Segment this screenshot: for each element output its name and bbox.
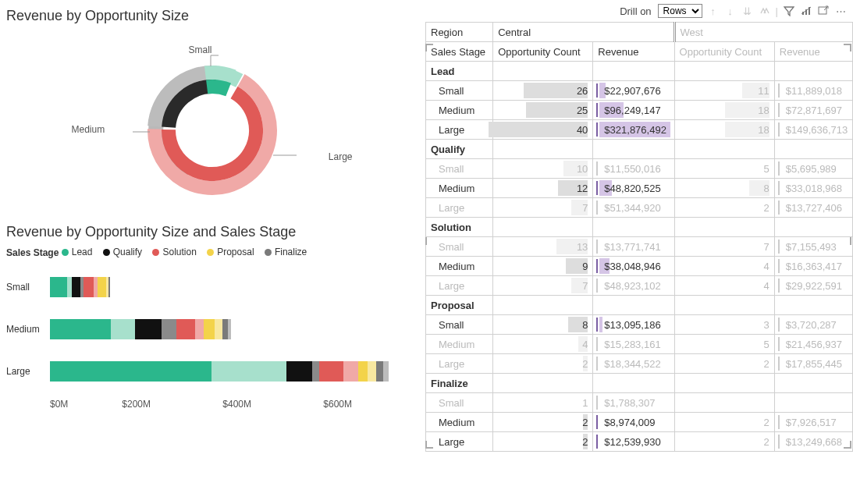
selection-handle-bl[interactable] (425, 441, 433, 449)
row-proposal[interactable]: Proposal (426, 296, 853, 315)
bar-x-axis: $0M $200M $400M $600M (6, 399, 418, 410)
drill-down-icon[interactable]: ↓ (724, 5, 737, 17)
legend-item-finalize[interactable]: Finalize (265, 247, 307, 257)
selection-handle-tl[interactable] (425, 44, 433, 51)
row-solution-large[interactable]: Large 7 $48,923,102 4 $29,922,591 (426, 276, 853, 296)
drill-up-icon[interactable]: ↑ (707, 5, 720, 17)
row-lead-medium[interactable]: Medium 25 $96,249,147 18 $72,871,697 (426, 101, 853, 120)
bar-row-medium[interactable]: Medium (6, 314, 418, 344)
legend-title: Sales Stage (6, 247, 59, 258)
hdr-oc-c[interactable]: Opportunity Count (493, 42, 593, 62)
hdr-oc-w[interactable]: Opportunity Count (674, 42, 774, 62)
row-lead-large[interactable]: Large 40 $321,876,492 18 $149,636,713 (426, 120, 853, 140)
bar-legend: Sales Stage Lead Qualify Solution Propos… (6, 247, 418, 258)
donut-label-small: Small (189, 44, 212, 55)
row-qualify[interactable]: Qualify (426, 140, 853, 159)
expand-icon[interactable] (759, 5, 771, 17)
visual-toolbar: Drill on Rows ↑ ↓ ⇊ | ⋯ (425, 0, 853, 22)
stacked-bar-section: Revenue by Opportunity Size and Sales St… (6, 224, 418, 410)
legend-item-lead[interactable]: Lead (62, 247, 93, 257)
bar-row-large[interactable]: Large (6, 357, 418, 386)
filter-icon[interactable] (783, 5, 795, 17)
hdr-central[interactable]: Central (493, 23, 674, 42)
row-qualify-large[interactable]: Large 7 $51,344,920 2 $13,727,406 (426, 198, 853, 218)
row-finalize-large[interactable]: Large 2 $12,539,930 2 $13,249,668 (426, 432, 853, 452)
donut-title: Revenue by Opportunity Size (6, 8, 418, 24)
svg-rect-13 (819, 7, 826, 14)
donut-chart[interactable]: Small Medium Large (103, 30, 322, 210)
bar-label-large: Large (6, 366, 50, 377)
selection-handle-tr[interactable] (844, 44, 851, 51)
hdr-rev-c[interactable]: Revenue (593, 42, 674, 62)
drill-on-label: Drill on (620, 5, 651, 17)
row-lead[interactable]: Lead (426, 62, 853, 81)
hdr-west[interactable]: West (674, 23, 852, 42)
donut-label-large: Large (329, 151, 353, 162)
row-qualify-small[interactable]: Small 10 $11,550,016 5 $5,695,989 (426, 159, 853, 179)
row-finalize-small[interactable]: Small 1 $1,788,307 (426, 393, 853, 413)
bar-title: Revenue by Opportunity Size and Sales St… (6, 224, 418, 240)
legend-item-solution[interactable]: Solution (152, 247, 196, 257)
row-solution-medium[interactable]: Medium 9 $38,048,946 4 $16,363,417 (426, 257, 853, 276)
row-proposal-large[interactable]: Large 2 $18,344,522 2 $17,855,445 (426, 354, 853, 374)
row-finalize-medium[interactable]: Medium 2 $8,974,009 2 $7,926,517 (426, 413, 853, 432)
row-solution-small[interactable]: Small 13 $13,771,741 7 $7,155,493 (426, 237, 853, 257)
selection-handle-ml[interactable] (425, 237, 427, 245)
spotlight-icon[interactable] (800, 5, 812, 17)
donut-label-medium: Medium (72, 124, 105, 135)
hdr-region[interactable]: Region (426, 23, 493, 42)
focus-mode-icon[interactable] (817, 5, 830, 17)
row-proposal-medium[interactable]: Medium 4 $15,283,161 5 $21,456,937 (426, 335, 853, 354)
bar-row-small[interactable]: Small (6, 272, 418, 302)
bar-label-medium: Medium (6, 324, 50, 335)
hdr-sales-stage[interactable]: Sales Stage (426, 42, 493, 62)
row-solution[interactable]: Solution (426, 218, 853, 237)
row-qualify-medium[interactable]: Medium 12 $48,820,525 8 $33,018,968 (426, 179, 853, 198)
row-finalize[interactable]: Finalize (426, 374, 853, 393)
donut-chart-section: Revenue by Opportunity Size (6, 8, 418, 210)
hdr-rev-w[interactable]: Revenue (774, 42, 852, 62)
bar-label-small: Small (6, 282, 50, 293)
more-options-icon[interactable]: ⋯ (834, 5, 847, 17)
drill-all-icon[interactable]: ⇊ (741, 5, 754, 17)
legend-item-qualify[interactable]: Qualify (103, 247, 142, 257)
legend-item-proposal[interactable]: Proposal (207, 247, 254, 257)
row-proposal-small[interactable]: Small 8 $13,095,186 3 $3,720,287 (426, 315, 853, 335)
row-lead-small[interactable]: Small 26 $22,907,676 11 $11,889,018 (426, 81, 853, 101)
toolbar-separator: | (776, 5, 778, 17)
drill-on-select[interactable]: Rows (658, 4, 702, 18)
matrix-visual[interactable]: Region Central West Sales Stage Opportun… (425, 22, 853, 452)
